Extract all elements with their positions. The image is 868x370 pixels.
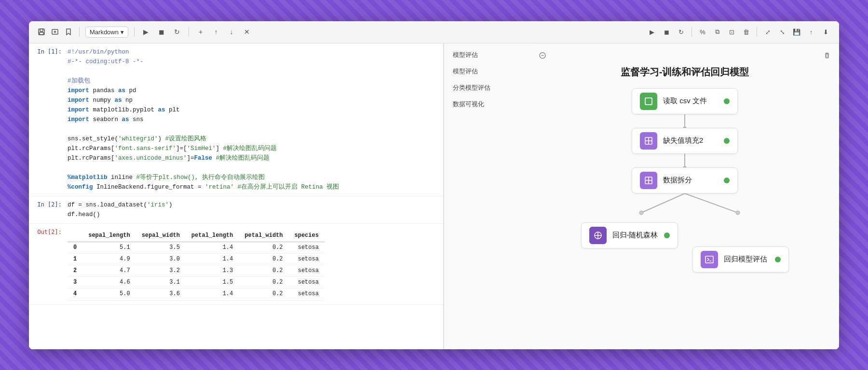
chevron-icon: ▾ bbox=[121, 28, 124, 36]
cell-1-label: In [1]: bbox=[29, 47, 68, 192]
refresh-btn[interactable]: ↻ bbox=[171, 26, 183, 38]
wf-node-3[interactable]: 数据拆分 bbox=[632, 167, 738, 193]
col-petal-length: petal_length bbox=[186, 230, 239, 242]
col-petal-width: petal_width bbox=[239, 230, 288, 242]
nav-item-2[interactable]: 模型评估 bbox=[446, 64, 529, 79]
row-cell: 1.3 bbox=[186, 265, 239, 277]
svg-line-9 bbox=[685, 193, 738, 213]
mod-matplotlib: matplotlib.pyplot bbox=[93, 107, 158, 113]
refresh-kernel-btn[interactable]: ↻ bbox=[675, 26, 687, 38]
line-df-load: df = sns.load_dataset( bbox=[68, 202, 147, 208]
kw-import3: import bbox=[68, 107, 89, 113]
bookmark-icon[interactable] bbox=[64, 27, 73, 37]
nav-item-1[interactable]: 模型评估 bbox=[446, 47, 529, 63]
paste-btn[interactable]: ⊡ bbox=[726, 26, 737, 38]
row-cell: 4.7 bbox=[82, 265, 136, 277]
delete-btn[interactable]: ✕ bbox=[241, 26, 253, 38]
move-down-btn[interactable]: ↓ bbox=[226, 26, 237, 38]
keyboard-btn[interactable]: % bbox=[697, 26, 708, 38]
cell-out2-content: sepal_length sepal_width petal_length pe… bbox=[68, 228, 443, 301]
table-row: 24.73.21.30.2setosa bbox=[68, 265, 325, 277]
str-whitegrid: 'whitegrid' bbox=[118, 136, 158, 142]
close-paren1: ) bbox=[158, 136, 165, 142]
table-row: 05.13.51.40.2setosa bbox=[68, 242, 325, 253]
stop-all-btn[interactable]: ◼ bbox=[661, 26, 672, 38]
svg-rect-1 bbox=[40, 29, 43, 31]
wf-node-5-status bbox=[775, 257, 781, 262]
row-cell: 3.2 bbox=[136, 265, 186, 277]
col-sepal-width: sepal_width bbox=[136, 230, 186, 242]
row-cell: 1.4 bbox=[186, 242, 239, 253]
wf-collapse-btn[interactable] bbox=[536, 49, 549, 62]
trash-btn[interactable]: 🗑 bbox=[740, 26, 752, 38]
cell-1: In [1]: #!/usr/bin/python #-*- coding:ut… bbox=[29, 43, 443, 196]
comment-magic2: #在高分屏上可以开启 Retina 视图 bbox=[238, 184, 339, 191]
row-cell: 5.1 bbox=[82, 242, 136, 253]
cell-1-content[interactable]: #!/usr/bin/python #-*- coding:utf-8 -*- … bbox=[68, 47, 443, 192]
comment-magic1: #等价于plt.show(), 执行命令自动展示绘图 bbox=[136, 174, 265, 181]
divider3 bbox=[189, 27, 189, 37]
line-magic1: %matplotlib bbox=[68, 174, 108, 181]
nav-item-3[interactable]: 分类模型评估 bbox=[446, 80, 529, 96]
nav-item-4[interactable]: 数据可视化 bbox=[446, 96, 529, 112]
copy-btn[interactable]: ⧉ bbox=[711, 26, 723, 38]
magic2-rest: InlineBackend.figure_format = bbox=[93, 184, 205, 191]
wf-node-2-status bbox=[724, 138, 730, 144]
cell-out2-label: Out[2]: bbox=[29, 228, 68, 301]
row-cell: 1.5 bbox=[186, 277, 239, 288]
table-body: 05.13.51.40.2setosa14.93.01.40.2setosa24… bbox=[68, 242, 325, 300]
fullscreen-enter-btn[interactable]: ⤢ bbox=[762, 26, 773, 38]
wf-node-2[interactable]: 缺失值填充2 bbox=[632, 128, 738, 154]
magic1-rest: inline bbox=[108, 174, 136, 181]
wf-node-3-label: 数据拆分 bbox=[663, 176, 718, 185]
rcparams2-close bbox=[212, 155, 216, 162]
wf-node-1-status bbox=[724, 98, 730, 104]
row-cell: 1.4 bbox=[186, 288, 239, 300]
row-cell: setosa bbox=[288, 253, 324, 265]
add-cell-icon[interactable] bbox=[50, 27, 60, 37]
row-cell: 4.9 bbox=[82, 253, 136, 265]
line-pkg-comment: #加载包 bbox=[68, 78, 90, 84]
cell-type-dropdown[interactable]: Markdown ▾ bbox=[85, 27, 128, 38]
move-up-btn[interactable]: ↑ bbox=[210, 26, 222, 38]
wf-node-1[interactable]: 读取 csv 文件 bbox=[632, 88, 738, 114]
add-btn[interactable]: + bbox=[195, 26, 206, 38]
wf-node-1-label: 读取 csv 文件 bbox=[663, 96, 718, 106]
col-sepal-length: sepal_length bbox=[82, 230, 136, 242]
row-cell: 3.1 bbox=[136, 277, 186, 288]
wf-delete-btn[interactable] bbox=[821, 49, 833, 62]
line-coding: #-*- coding:utf-8 -*- bbox=[68, 58, 144, 65]
wf-node-4[interactable]: 回归-随机森林 bbox=[581, 222, 678, 248]
save-icon[interactable] bbox=[37, 27, 46, 37]
str-unicode: 'axes.unicode_minus' bbox=[115, 155, 187, 162]
run-all-btn[interactable]: ▶ bbox=[646, 26, 658, 38]
side-nav: 模型评估 模型评估 分类模型评估 数据可视化 bbox=[444, 43, 530, 349]
row-index: 3 bbox=[68, 277, 82, 288]
table-row: 34.63.11.50.2setosa bbox=[68, 277, 325, 288]
stop-btn[interactable]: ◼ bbox=[156, 26, 167, 38]
content-area: In [1]: #!/usr/bin/python #-*- coding:ut… bbox=[29, 43, 839, 349]
save-checkpoint-btn[interactable]: 💾 bbox=[791, 26, 802, 38]
line-magic2: %config bbox=[68, 184, 93, 191]
cell-2-content[interactable]: df = sns.load_dataset('iris') df.head() bbox=[68, 200, 443, 219]
cell-out2: Out[2]: sepal_length sepal_width petal_l… bbox=[29, 224, 443, 305]
kw-as2: as bbox=[115, 97, 122, 104]
row-cell: setosa bbox=[288, 242, 324, 253]
str-font: 'font.sans-serif' bbox=[115, 145, 176, 152]
kw-import2: import bbox=[68, 97, 89, 104]
run-btn[interactable]: ▶ bbox=[140, 26, 152, 38]
row-cell: 1.4 bbox=[186, 253, 239, 265]
svg-point-11 bbox=[736, 211, 740, 215]
table-row: 45.03.61.40.2setosa bbox=[68, 288, 325, 300]
download-btn[interactable]: ⬇ bbox=[820, 26, 831, 38]
row-cell: 0.2 bbox=[239, 242, 288, 253]
wf-node-5[interactable]: 回归模型评估 bbox=[692, 247, 789, 273]
upload-btn[interactable]: ↑ bbox=[805, 26, 817, 38]
wf-node-1-icon bbox=[640, 93, 657, 110]
notebook-panel: In [1]: #!/usr/bin/python #-*- coding:ut… bbox=[29, 43, 444, 349]
str-iris: 'iris' bbox=[147, 202, 169, 208]
row-cell: 3.6 bbox=[136, 288, 186, 300]
row-cell: 3.5 bbox=[136, 242, 186, 253]
line-df-head: df.head() bbox=[68, 211, 100, 218]
fullscreen-exit-btn[interactable]: ⤡ bbox=[776, 26, 788, 38]
